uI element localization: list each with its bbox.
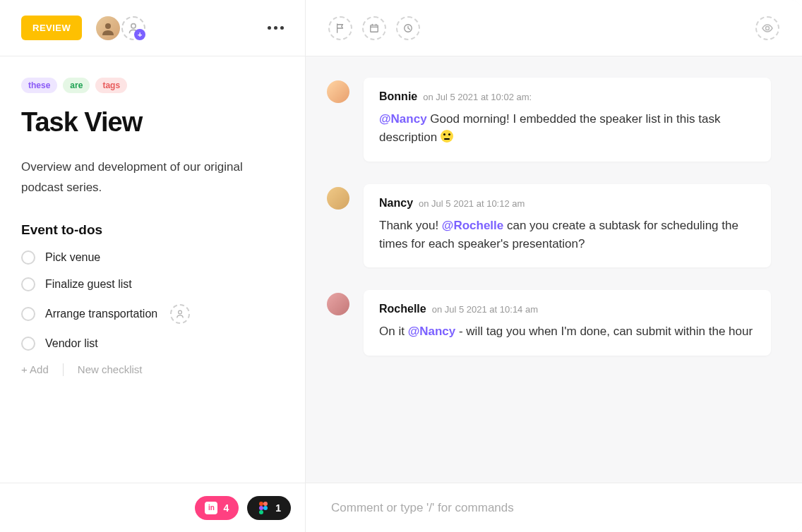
clock-icon [403, 23, 413, 33]
time-button[interactable] [396, 16, 420, 40]
date-button[interactable] [362, 16, 386, 40]
comment: Rochelleon Jul 5 2021 at 10:14 amOn it @… [327, 290, 771, 355]
review-button[interactable]: REVIEW [21, 16, 82, 40]
left-header-controls: REVIEW + [21, 16, 145, 40]
comment-card: Nancyon Jul 5 2021 at 10:12 amThank you!… [364, 184, 771, 268]
comment: Bonnieon Jul 5 2021 at 10:02 am:@Nancy G… [327, 78, 771, 162]
figma-count: 1 [275, 502, 281, 514]
person-icon [176, 310, 184, 318]
invision-icon: in [205, 502, 217, 514]
comment-avatar[interactable] [327, 187, 349, 210]
tag[interactable]: these [21, 78, 57, 93]
mention[interactable]: @Rochelle [442, 219, 503, 232]
left-panel: REVIEW + [0, 0, 306, 532]
comment-composer [306, 483, 802, 532]
comment: Nancyon Jul 5 2021 at 10:12 amThank you!… [327, 184, 771, 268]
todo-item: Pick venue [21, 250, 284, 265]
eye-icon [762, 23, 773, 34]
comment-body: On it @Nancy - will tag you when I'm don… [379, 322, 755, 341]
comment-author: Bonnie [379, 90, 417, 102]
comment-input[interactable] [331, 501, 777, 515]
todo-label: Vendor list [45, 337, 98, 350]
svg-point-6 [263, 506, 268, 510]
todo-checkbox[interactable] [21, 307, 35, 321]
checklist: Pick venueFinalize guest listArrange tra… [21, 250, 284, 351]
todo-label: Finalize guest list [45, 278, 132, 291]
left-footer: in 4 1 [0, 483, 305, 532]
flag-icon [335, 23, 345, 33]
task-title: Task View [21, 107, 284, 138]
svg-point-13 [766, 26, 770, 30]
svg-point-1 [131, 23, 136, 28]
todo-label: Pick venue [45, 251, 100, 264]
svg-point-5 [259, 506, 263, 510]
invision-badge[interactable]: in 4 [195, 496, 239, 520]
plus-icon: + [134, 29, 145, 40]
left-header: REVIEW + [0, 0, 305, 56]
task-description: Overview and development of our original… [21, 157, 284, 198]
action-icons [328, 16, 420, 40]
todo-item: Finalize guest list [21, 277, 284, 291]
comment-header: Rochelleon Jul 5 2021 at 10:14 am [379, 303, 755, 315]
comment-card: Bonnieon Jul 5 2021 at 10:02 am:@Nancy G… [364, 78, 771, 162]
assign-bubble[interactable] [170, 304, 190, 324]
right-panel: Bonnieon Jul 5 2021 at 10:02 am:@Nancy G… [306, 0, 802, 532]
todo-item: Vendor list [21, 337, 284, 351]
comment-time: on Jul 5 2021 at 10:14 am [432, 304, 538, 315]
comment-card: Rochelleon Jul 5 2021 at 10:14 amOn it @… [364, 290, 771, 355]
tag[interactable]: are [63, 78, 90, 93]
comment-time: on Jul 5 2021 at 10:02 am: [423, 92, 532, 102]
figma-icon [257, 502, 270, 514]
comment-body: Thank you! @Rochelle can you create a su… [379, 217, 755, 254]
calendar-icon [369, 23, 379, 33]
checklist-actions: + Add New checklist [21, 363, 284, 376]
add-todo-button[interactable]: + Add [21, 363, 49, 375]
comment-header: Nancyon Jul 5 2021 at 10:12 am [379, 197, 755, 210]
todo-checkbox[interactable] [21, 277, 35, 291]
todo-item: Arrange transportation [21, 304, 284, 324]
svg-point-7 [259, 510, 263, 514]
add-assignee-button[interactable]: + [121, 16, 145, 40]
todo-checkbox[interactable] [21, 337, 35, 351]
tag[interactable]: tags [95, 78, 127, 93]
svg-rect-8 [371, 25, 378, 32]
mention[interactable]: @Nancy [408, 325, 456, 338]
task-body: these are tags Task View Overview and de… [0, 56, 305, 483]
tags-row: these are tags [21, 78, 284, 93]
comment-time: on Jul 5 2021 at 10:12 am [419, 198, 525, 209]
svg-point-4 [263, 502, 268, 506]
svg-point-3 [259, 502, 263, 506]
comment-body: @Nancy Good morning! I embedded the spea… [379, 110, 755, 147]
comments-list: Bonnieon Jul 5 2021 at 10:02 am:@Nancy G… [306, 56, 802, 483]
divider [63, 363, 64, 376]
checklist-heading: Event to-dos [21, 222, 284, 238]
flag-button[interactable] [328, 16, 352, 40]
assignee-avatar[interactable] [96, 16, 120, 40]
todo-checkbox[interactable] [21, 250, 35, 265]
todo-label: Arrange transportation [45, 308, 157, 320]
new-checklist-button[interactable]: New checklist [78, 363, 143, 375]
svg-point-2 [179, 310, 182, 314]
comment-avatar[interactable] [327, 293, 349, 315]
mention[interactable]: @Nancy [379, 112, 427, 126]
smile-emoji-icon [441, 130, 453, 143]
person-photo-icon [101, 21, 115, 35]
invision-count: 4 [223, 502, 229, 514]
svg-point-0 [105, 23, 111, 29]
figma-badge[interactable]: 1 [247, 496, 291, 520]
watch-button[interactable] [755, 16, 779, 40]
comment-avatar[interactable] [327, 80, 349, 103]
right-header [306, 0, 802, 56]
assignee-group: + [96, 16, 145, 40]
comment-author: Rochelle [379, 303, 426, 315]
comment-author: Nancy [379, 197, 413, 209]
more-menu-button[interactable] [268, 26, 284, 30]
comment-header: Bonnieon Jul 5 2021 at 10:02 am: [379, 90, 755, 103]
